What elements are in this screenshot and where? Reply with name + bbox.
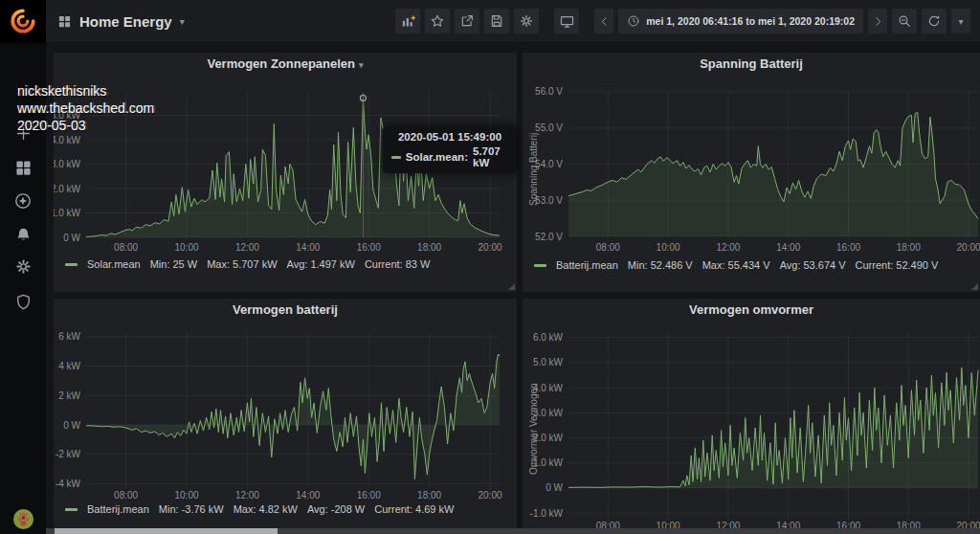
- legend-current: Current: 4.69 kW: [374, 503, 454, 515]
- legend-avg: Avg: 1.497 kW: [287, 258, 355, 270]
- svg-text:20:00: 20:00: [478, 490, 501, 501]
- legend: Batterij.mean Min: -3.76 kW Max: 4.82 kW…: [65, 503, 454, 515]
- svg-text:16:00: 16:00: [357, 490, 381, 501]
- gear-icon: [519, 13, 534, 29]
- svg-text:08:00: 08:00: [114, 242, 138, 253]
- legend-series-name[interactable]: Solar.mean: [87, 258, 141, 270]
- save-button[interactable]: [484, 9, 509, 33]
- svg-text:1.0 kW: 1.0 kW: [54, 208, 81, 218]
- panel-vermogen-batterij: Vermogen batterij 6 kW4 kW2 kW0 W-2 kW-4…: [54, 299, 517, 534]
- sidebar-item-create[interactable]: [0, 117, 46, 149]
- time-range-label: mei 1, 2020 06:41:16 to mei 1, 2020 20:1…: [646, 15, 855, 27]
- refresh-button[interactable]: [922, 9, 947, 33]
- svg-text:14:00: 14:00: [296, 490, 320, 501]
- horizontal-scrollbar[interactable]: [46, 528, 980, 534]
- tooltip-timestamp: 2020-05-01 15:49:00: [391, 131, 508, 143]
- svg-text:20:00: 20:00: [956, 242, 980, 253]
- svg-text:6.0 kW: 6.0 kW: [533, 332, 564, 343]
- scrollbar-thumb[interactable]: [55, 528, 278, 534]
- panel-vermogen-zonnepanelen: Vermogen Zonnepanelen▾ 5.0 kW4.0 kW3.0 k…: [54, 53, 517, 292]
- legend-min: Min: 25 W: [150, 258, 198, 270]
- legend-avg: Avg: 53.674 V: [780, 259, 846, 271]
- svg-text:2 kW: 2 kW: [58, 390, 80, 401]
- star-icon: [430, 13, 445, 29]
- legend-series-name[interactable]: Batterij.mean: [87, 503, 149, 515]
- star-button[interactable]: [425, 9, 450, 33]
- series-color-swatch: [65, 263, 78, 266]
- legend-min: Min: -3.76 kW: [159, 503, 224, 515]
- svg-text:4.0 kW: 4.0 kW: [533, 383, 564, 393]
- svg-text:12:00: 12:00: [235, 242, 259, 253]
- legend: Solar.mean Min: 25 W Max: 5.707 kW Avg: …: [65, 258, 430, 270]
- monitor-icon: [559, 13, 575, 30]
- svg-text:3.0 kW: 3.0 kW: [533, 408, 564, 418]
- svg-text:54.0 V: 54.0 V: [535, 159, 563, 169]
- timeseries-chart-battery-power[interactable]: 6 kW4 kW2 kW0 W-2 kW-4 kW08:0010:0012:00…: [54, 299, 517, 534]
- tooltip-series-name: Solar.mean:: [406, 151, 468, 163]
- time-shift-forward-button[interactable]: [868, 9, 887, 33]
- timeseries-chart-battery-voltage[interactable]: 56.0 V55.0 V54.0 V53.0 V52.0 V08:0010:00…: [523, 53, 980, 292]
- svg-text:16:00: 16:00: [836, 242, 860, 253]
- sidebar: ?: [0, 43, 46, 534]
- svg-text:16:00: 16:00: [357, 242, 381, 253]
- legend: Batterij.mean Min: 52.486 V Max: 55.434 …: [534, 259, 938, 271]
- series-color-swatch: [534, 264, 546, 267]
- graph-tooltip: 2020-05-01 15:49:00 Solar.mean: 5.707 kW: [383, 126, 517, 173]
- grafana-dashboard: Home Energy ▾: [0, 0, 980, 534]
- chevron-left-icon: [598, 15, 611, 28]
- cycle-view-button[interactable]: [554, 9, 579, 33]
- user-avatar[interactable]: [0, 502, 46, 534]
- svg-text:0 W: 0 W: [63, 233, 80, 243]
- gear-icon: [14, 257, 33, 276]
- svg-text:1.0 kW: 1.0 kW: [533, 457, 564, 468]
- timeseries-chart-inverter-power[interactable]: 6.0 kW5.0 kW4.0 kW3.0 kW2.0 kW1.0 kW0 W-…: [523, 299, 980, 534]
- legend-max: Max: 5.707 kW: [207, 258, 277, 270]
- svg-text:6 kW: 6 kW: [58, 331, 80, 342]
- compass-icon: [13, 191, 33, 211]
- legend-min: Min: 52.486 V: [628, 259, 693, 271]
- sidebar-item-server-admin[interactable]: [0, 285, 46, 318]
- zoom-out-button[interactable]: [892, 9, 917, 33]
- refresh-interval-dropdown[interactable]: ▾: [951, 9, 970, 33]
- svg-text:56.0 V: 56.0 V: [535, 86, 563, 97]
- refresh-icon: [926, 13, 942, 29]
- sidebar-item-alerting[interactable]: [0, 218, 46, 251]
- sidebar-item-explore[interactable]: [0, 185, 46, 217]
- svg-text:0 W: 0 W: [63, 420, 80, 431]
- settings-button[interactable]: [514, 9, 539, 33]
- svg-text:14:00: 14:00: [776, 242, 800, 253]
- svg-text:0 W: 0 W: [546, 482, 563, 493]
- add-panel-button[interactable]: [395, 9, 420, 33]
- navbar: Home Energy ▾: [0, 0, 980, 43]
- time-shift-back-button[interactable]: [594, 9, 613, 33]
- svg-text:18:00: 18:00: [417, 242, 441, 253]
- grafana-logo[interactable]: [0, 0, 46, 43]
- sidebar-item-configuration[interactable]: [0, 250, 46, 282]
- svg-text:12:00: 12:00: [716, 242, 740, 253]
- plus-icon: [14, 124, 33, 143]
- svg-text:08:00: 08:00: [114, 490, 138, 501]
- panel-resize-handle[interactable]: [508, 283, 515, 290]
- dashboard-picker[interactable]: Home Energy ▾: [57, 13, 185, 30]
- svg-text:-4 kW: -4 kW: [56, 478, 81, 489]
- svg-text:5.0 kW: 5.0 kW: [533, 357, 564, 367]
- chevron-down-icon: ▾: [958, 16, 963, 27]
- svg-text:2.0 kW: 2.0 kW: [54, 184, 81, 194]
- svg-text:2.0 kW: 2.0 kW: [533, 433, 564, 443]
- svg-text:20:00: 20:00: [478, 242, 501, 253]
- svg-text:10:00: 10:00: [174, 242, 198, 253]
- legend-current: Current: 52.490 V: [856, 259, 939, 271]
- legend-max: Max: 55.434 V: [702, 259, 770, 271]
- chevron-right-icon: [872, 15, 884, 28]
- time-range-picker[interactable]: mei 1, 2020 06:41:16 to mei 1, 2020 20:1…: [618, 9, 863, 33]
- sidebar-item-dashboards[interactable]: [0, 151, 46, 184]
- bell-icon: [14, 226, 33, 244]
- panel-resize-handle[interactable]: [971, 283, 978, 290]
- legend-series-name[interactable]: Batterij.mean: [556, 259, 618, 271]
- grafana-logo-icon: [10, 8, 36, 34]
- svg-text:10:00: 10:00: [174, 490, 198, 501]
- legend-current: Current: 83 W: [365, 258, 430, 270]
- share-button[interactable]: [455, 9, 479, 33]
- dashboard-title: Home Energy: [79, 13, 172, 30]
- svg-text:4 kW: 4 kW: [58, 361, 80, 371]
